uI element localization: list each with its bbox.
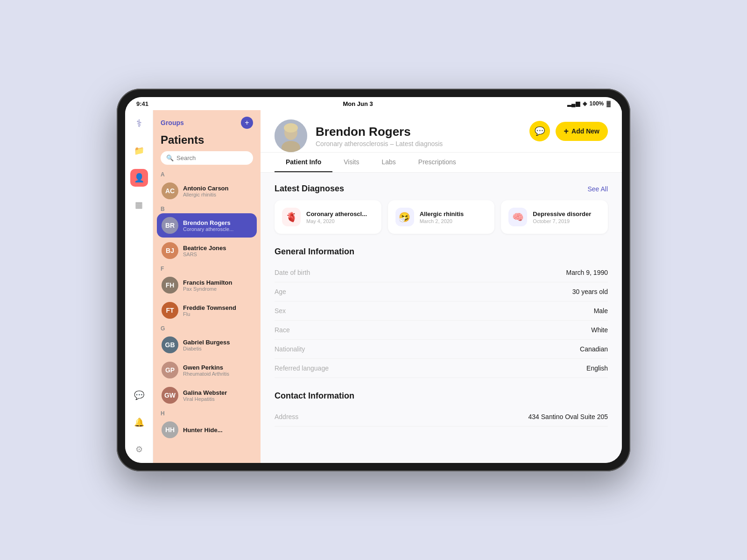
- patient-item-antonio[interactable]: AC Antonio Carson Allergic rhinitis: [157, 179, 257, 203]
- coronary-icon: 🫀: [282, 208, 301, 226]
- status-time: 9:41: [136, 100, 148, 107]
- add-new-label: Add New: [571, 127, 599, 135]
- add-new-button[interactable]: + Add New: [556, 122, 608, 141]
- patient-big-name: Brendon Rogers: [316, 125, 521, 139]
- diagnoses-title: Latest Diagnoses: [275, 184, 344, 194]
- add-group-button[interactable]: +: [241, 117, 253, 129]
- logo-icon: ⚕: [130, 115, 148, 133]
- battery-label: 100%: [590, 100, 604, 107]
- patient-list: A AC Antonio Carson Allergic rhinitis B …: [153, 169, 261, 456]
- tab-labs[interactable]: Labs: [370, 153, 407, 172]
- patient-item-gwen[interactable]: GP Gwen Perkins Rheumatoid Arthritis: [157, 358, 257, 382]
- patient-name-hunter: Hunter Hide...: [183, 427, 252, 434]
- patient-name-francis: Francis Hamilton: [183, 279, 252, 286]
- avatar-galina: GW: [162, 387, 178, 404]
- patient-name-gwen: Gwen Perkins: [183, 364, 252, 371]
- patient-name-freddie: Freddie Townsend: [183, 304, 252, 311]
- patients-icon[interactable]: 👤: [130, 169, 148, 187]
- patient-item-hunter[interactable]: HH Hunter Hide...: [157, 418, 257, 442]
- status-right: ▂▄▆ ◈ 100% ▓: [567, 100, 611, 107]
- info-row-race: Race White: [275, 321, 608, 340]
- section-label-f: F: [157, 264, 257, 273]
- search-input[interactable]: [176, 154, 247, 161]
- avatar-hunter: HH: [162, 421, 178, 438]
- patient-condition-gabriel: Diabetis: [183, 346, 252, 351]
- race-value: White: [591, 326, 608, 334]
- camera-icon[interactable]: 📁: [130, 142, 148, 160]
- search-box[interactable]: 🔍: [161, 151, 253, 165]
- general-info-title: General Information: [275, 247, 354, 257]
- sex-value: Male: [594, 307, 608, 315]
- age-label: Age: [275, 288, 286, 295]
- patient-name-beatrice: Beatrice Jones: [183, 245, 252, 252]
- avatar-beatrice: BJ: [162, 242, 178, 259]
- diagnosis-text: Coronary atherosclerosis: [316, 140, 388, 147]
- general-info-section: General Information Date of birth March …: [275, 247, 608, 378]
- chat-button[interactable]: 💬: [529, 121, 550, 141]
- avatar-francis: FH: [162, 277, 178, 294]
- bell-icon[interactable]: 🔔: [130, 413, 148, 431]
- search-icon: 🔍: [166, 154, 174, 161]
- diagnosis-card-allergic: 🤧 Allergic rhinitis March 2, 2020: [388, 200, 495, 234]
- header-actions: 💬 + Add New: [529, 121, 608, 141]
- nationality-value: Canadian: [580, 345, 608, 353]
- patient-diagnosis: Coronary atherosclerosis – Latest diagno…: [316, 140, 521, 147]
- patient-item-francis[interactable]: FH Francis Hamilton Pax Syndrome: [157, 273, 257, 297]
- avatar-gwen: GP: [162, 362, 178, 378]
- see-all-button[interactable]: See All: [587, 185, 608, 193]
- patient-item-beatrice[interactable]: BJ Beatrice Jones SARS: [157, 238, 257, 263]
- patient-name-gabriel: Gabriel Burgess: [183, 339, 252, 346]
- status-bar: 9:41 Mon Jun 3 ▂▄▆ ◈ 100% ▓: [125, 97, 622, 110]
- dob-label: Date of birth: [275, 269, 310, 276]
- status-date: Mon Jun 3: [343, 100, 373, 107]
- patient-item-freddie[interactable]: FT Freddie Townsend Flu: [157, 298, 257, 322]
- tab-prescriptions[interactable]: Prescriptions: [407, 153, 467, 172]
- patient-item-brendon[interactable]: BR Brendon Rogers Coronary atheroscle...: [157, 213, 257, 238]
- info-row-address: Address 434 Santino Oval Suite 205: [275, 407, 608, 427]
- language-label: Referred language: [275, 364, 329, 372]
- language-value: English: [586, 364, 608, 372]
- device-screen: 9:41 Mon Jun 3 ▂▄▆ ◈ 100% ▓ ⚕ 📁 👤 ▦ 💬 🔔 …: [125, 97, 622, 463]
- address-label: Address: [275, 413, 298, 420]
- allergic-name: Allergic rhinitis: [420, 210, 464, 217]
- tab-patient-info[interactable]: Patient Info: [275, 153, 332, 172]
- race-label: Race: [275, 326, 290, 334]
- contact-info-section: Contact Information Address 434 Santino …: [275, 391, 608, 427]
- app-container: ⚕ 📁 👤 ▦ 💬 🔔 ⚙ Groups + Patients 🔍: [125, 110, 622, 463]
- section-label-b: B: [157, 204, 257, 213]
- sidebar: Groups + Patients 🔍 A AC Antonio Carson: [153, 110, 261, 463]
- diagnoses-grid: 🫀 Coronary atheroscl... May 4, 2020 🤧 Al…: [275, 200, 608, 234]
- patient-condition-beatrice: SARS: [183, 252, 252, 257]
- section-label-a: A: [157, 169, 257, 179]
- brain-icon: 🧠: [508, 208, 527, 226]
- address-value: 434 Santino Oval Suite 205: [529, 413, 608, 420]
- info-row-age: Age 30 years old: [275, 282, 608, 301]
- section-label-h: H: [157, 408, 257, 418]
- depressive-name: Depressive disorder: [533, 210, 591, 217]
- chat-icon[interactable]: 💬: [130, 386, 148, 404]
- info-row-sex: Sex Male: [275, 301, 608, 321]
- patient-header: Brendon Rogers Coronary atherosclerosis …: [261, 110, 622, 153]
- patient-condition-antonio: Allergic rhinitis: [183, 192, 252, 197]
- settings-icon[interactable]: ⚙: [130, 441, 148, 458]
- patient-header-info: Brendon Rogers Coronary atherosclerosis …: [316, 125, 521, 147]
- general-info-header: General Information: [275, 247, 608, 257]
- patients-title: Patients: [153, 133, 261, 151]
- patient-condition-brendon: Coronary atheroscle...: [183, 226, 252, 232]
- diagnoses-section-header: Latest Diagnoses See All: [275, 184, 608, 194]
- sex-label: Sex: [275, 307, 286, 315]
- info-row-language: Referred language English: [275, 359, 608, 378]
- diagnosis-card-coronary: 🫀 Coronary atheroscl... May 4, 2020: [275, 200, 381, 234]
- avatar-freddie: FT: [162, 302, 178, 319]
- info-row-nationality: Nationality Canadian: [275, 340, 608, 359]
- patient-item-galina[interactable]: GW Galina Webster Viral Hepatitis: [157, 383, 257, 407]
- patient-condition-gwen: Rheumatoid Arthritis: [183, 371, 252, 377]
- patient-condition-galina: Viral Hepatitis: [183, 396, 252, 402]
- info-row-dob: Date of birth March 9, 1990: [275, 263, 608, 282]
- tab-visits[interactable]: Visits: [332, 153, 370, 172]
- add-new-icon: +: [564, 126, 569, 136]
- diagnosis-card-depressive: 🧠 Depressive disorder October 7, 2019: [501, 200, 608, 234]
- patient-item-gabriel[interactable]: GB Gabriel Burgess Diabetis: [157, 333, 257, 357]
- calculator-icon[interactable]: ▦: [130, 196, 148, 214]
- wifi-icon: ◈: [583, 100, 587, 107]
